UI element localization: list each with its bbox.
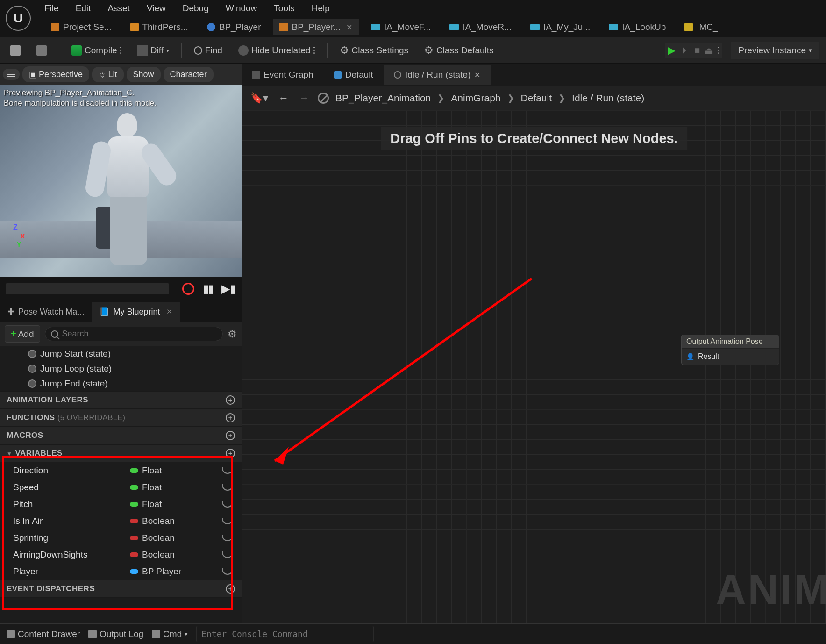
- breadcrumb-animgraph[interactable]: AnimGraph: [451, 93, 500, 104]
- frame-advance-button[interactable]: ⏵: [680, 45, 690, 56]
- tab-bp-player-animation[interactable]: BP_Player...✕: [273, 19, 359, 35]
- menu-tools[interactable]: Tools: [274, 3, 294, 14]
- breadcrumb-idle-run[interactable]: Idle / Run (state): [572, 93, 644, 104]
- pause-button[interactable]: ▮▮: [203, 282, 213, 295]
- section-macros[interactable]: MACROS+: [0, 427, 242, 444]
- close-icon[interactable]: ✕: [474, 71, 480, 79]
- options-icon[interactable]: [313, 47, 315, 54]
- add-icon[interactable]: +: [226, 431, 235, 440]
- eye-closed-icon[interactable]: [222, 535, 233, 541]
- state-machine-icon: [334, 71, 342, 79]
- close-icon[interactable]: ✕: [166, 308, 172, 316]
- section-variables[interactable]: ▼VARIABLES+: [0, 444, 242, 462]
- variable-row[interactable]: PlayerBP Player: [0, 563, 242, 580]
- eye-closed-icon[interactable]: [222, 467, 233, 474]
- state-item[interactable]: Jump End (state): [0, 376, 242, 391]
- compile-button[interactable]: Compile: [68, 43, 125, 58]
- stop-button[interactable]: ■: [694, 45, 700, 56]
- content-drawer-button[interactable]: Content Drawer: [7, 629, 80, 639]
- console-input[interactable]: [196, 626, 374, 642]
- watermark-text: ANIM: [716, 566, 826, 614]
- find-button[interactable]: Find: [190, 43, 226, 58]
- play-options-icon[interactable]: [718, 47, 719, 54]
- add-icon[interactable]: +: [226, 413, 235, 422]
- output-animation-pose-node[interactable]: Output Animation Pose 👤Result: [681, 335, 779, 365]
- breadcrumb-root[interactable]: BP_Player_Animation: [335, 93, 431, 104]
- search-box[interactable]: [45, 327, 223, 341]
- node-pin-result[interactable]: 👤Result: [682, 349, 779, 365]
- lit-button[interactable]: ☼ Lit: [92, 67, 124, 82]
- variable-row[interactable]: SprintingBoolean: [0, 530, 242, 546]
- eye-closed-icon[interactable]: [222, 551, 233, 558]
- tab-project-settings[interactable]: Project Se...: [44, 19, 118, 35]
- play-button[interactable]: ▶: [668, 44, 676, 57]
- output-log-button[interactable]: Output Log: [88, 629, 143, 639]
- add-button[interactable]: +Add: [5, 325, 40, 343]
- search-input[interactable]: [62, 329, 217, 339]
- variable-row[interactable]: DirectionFloat: [0, 462, 242, 479]
- step-button[interactable]: ▶▮: [221, 282, 236, 295]
- back-button[interactable]: ←: [277, 90, 291, 106]
- tab-ia-movef[interactable]: IA_MoveF...: [364, 19, 437, 35]
- forward-button[interactable]: →: [297, 90, 311, 106]
- tab-pose-watch[interactable]: ✚ Pose Watch Ma...: [0, 302, 92, 322]
- preview-instance-button[interactable]: Preview Instance▾: [731, 42, 819, 59]
- tab-my-blueprint[interactable]: 📘 My Blueprint✕: [92, 302, 180, 322]
- tab-ia-lookup[interactable]: IA_LookUp: [602, 19, 672, 35]
- mannequin-preview: [84, 113, 168, 267]
- state-item[interactable]: Jump Loop (state): [0, 361, 242, 376]
- class-settings-button[interactable]: Class Settings: [336, 42, 412, 59]
- close-icon[interactable]: ✕: [346, 23, 352, 32]
- save-button[interactable]: [7, 43, 24, 58]
- tab-default-graph[interactable]: Default: [324, 65, 384, 85]
- unreal-logo[interactable]: U: [6, 6, 31, 31]
- tab-imc[interactable]: IMC_: [678, 19, 724, 35]
- tab-ia-mover[interactable]: IA_MoveR...: [443, 19, 518, 35]
- browse-button[interactable]: [33, 43, 50, 58]
- perspective-button[interactable]: ▣ Perspective: [22, 66, 89, 82]
- menu-view[interactable]: View: [147, 3, 166, 14]
- timeline-scrubber[interactable]: [6, 283, 169, 294]
- graph-canvas[interactable]: Drag Off Pins to Create/Connect New Node…: [242, 110, 826, 623]
- variable-row[interactable]: AimingDownSightsBoolean: [0, 546, 242, 563]
- viewport-3d[interactable]: Previewing BP_Player_Animation_C. Bone m…: [0, 85, 242, 277]
- character-button[interactable]: Character: [164, 67, 214, 82]
- variable-row[interactable]: SpeedFloat: [0, 479, 242, 496]
- options-icon[interactable]: [120, 47, 121, 54]
- add-icon[interactable]: +: [226, 584, 235, 594]
- menu-window[interactable]: Window: [226, 3, 257, 14]
- diff-button[interactable]: Diff▾: [134, 43, 173, 58]
- variable-row[interactable]: Is In AirBoolean: [0, 513, 242, 530]
- eject-button[interactable]: ⏏: [705, 45, 713, 56]
- eye-closed-icon[interactable]: [222, 568, 233, 575]
- viewport-menu-button[interactable]: [3, 69, 20, 80]
- menu-asset[interactable]: Asset: [107, 3, 130, 14]
- hide-unrelated-button[interactable]: Hide Unrelated: [235, 43, 319, 58]
- section-animation-layers[interactable]: ANIMATION LAYERS+: [0, 391, 242, 409]
- class-defaults-button[interactable]: Class Defaults: [420, 42, 498, 59]
- menu-edit[interactable]: Edit: [76, 3, 91, 14]
- eye-closed-icon[interactable]: [222, 501, 233, 508]
- tab-bp-player[interactable]: BP_Player: [200, 19, 268, 35]
- add-icon[interactable]: +: [226, 395, 235, 405]
- cmd-button[interactable]: Cmd ▾: [152, 629, 188, 639]
- tab-idle-run-state[interactable]: Idle / Run (state)✕: [384, 65, 491, 85]
- menu-help[interactable]: Help: [312, 3, 330, 14]
- section-functions[interactable]: FUNCTIONS (5 OVERRIDABLE)+: [0, 409, 242, 427]
- state-item[interactable]: Jump Start (state): [0, 346, 242, 361]
- add-icon[interactable]: +: [226, 449, 235, 458]
- eye-closed-icon[interactable]: [222, 484, 233, 491]
- eye-closed-icon[interactable]: [222, 518, 233, 524]
- tab-event-graph[interactable]: Event Graph: [242, 65, 324, 85]
- menu-file[interactable]: File: [44, 3, 59, 14]
- menu-debug[interactable]: Debug: [183, 3, 209, 14]
- settings-button[interactable]: [228, 328, 237, 340]
- tab-thirdperson[interactable]: ThirdPers...: [124, 19, 195, 35]
- breadcrumb-default[interactable]: Default: [521, 93, 552, 104]
- section-event-dispatchers[interactable]: EVENT DISPATCHERS+: [0, 580, 242, 598]
- record-button[interactable]: [182, 283, 194, 295]
- bookmark-button[interactable]: 🔖▾: [249, 90, 270, 106]
- show-button[interactable]: Show: [127, 67, 161, 82]
- tab-ia-myjump[interactable]: IA_My_Ju...: [524, 19, 597, 35]
- variable-row[interactable]: PitchFloat: [0, 496, 242, 513]
